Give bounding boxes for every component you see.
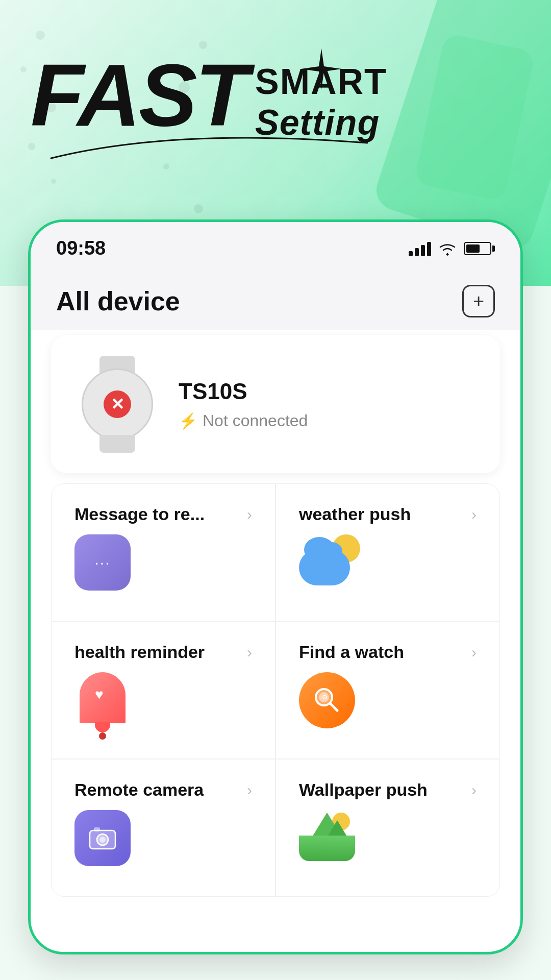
feature-cell-find[interactable]: Find a watch › ⊙ — [276, 621, 500, 759]
status-icons — [409, 241, 495, 256]
svg-point-6 — [99, 837, 106, 843]
battery-tip — [492, 246, 495, 252]
signal-bar-4 — [427, 242, 431, 256]
feature-cell-camera[interactable]: Remote camera › — [51, 759, 276, 897]
signal-icon — [409, 241, 431, 256]
search-watch-svg: ⊙ — [312, 685, 342, 716]
svg-text:⊙: ⊙ — [322, 694, 327, 701]
sparkle-icon — [301, 48, 342, 89]
chevron-icon-wallpaper: › — [471, 781, 477, 799]
battery-icon — [464, 242, 495, 255]
svg-line-2 — [330, 703, 337, 710]
weather-cloud — [299, 550, 350, 585]
device-status: ⚡ Not connected — [179, 411, 474, 430]
health-icon: ♥ — [74, 672, 131, 733]
feature-header-message: Message to re... › — [74, 504, 252, 524]
feature-cell-wallpaper[interactable]: Wallpaper push › — [276, 759, 500, 897]
feature-icon-message — [74, 534, 252, 591]
status-time: 09:58 — [56, 237, 106, 259]
wallpaper-icon — [299, 810, 355, 861]
feature-icon-wallpaper — [299, 810, 477, 861]
heart-icon: ♥ — [95, 687, 104, 703]
camera-icon — [74, 810, 131, 866]
swoosh-decoration — [20, 117, 408, 179]
camera-svg — [87, 822, 118, 854]
disconnect-icon: ✕ — [104, 390, 131, 418]
status-bar: 09:58 — [31, 222, 520, 270]
add-device-button[interactable]: + — [462, 285, 495, 317]
watch-body: ✕ — [82, 369, 153, 440]
feature-header-camera: Remote camera › — [74, 780, 252, 800]
feature-label-find: Find a watch — [299, 642, 404, 662]
chevron-icon-camera: › — [247, 781, 252, 799]
feature-header-weather: weather push › — [299, 504, 477, 524]
feature-cell-message[interactable]: Message to re... › — [51, 483, 276, 621]
signal-bar-2 — [415, 248, 419, 256]
feature-label-health: health reminder — [74, 642, 205, 662]
chevron-icon-weather: › — [471, 506, 477, 523]
device-info: TS10S ⚡ Not connected — [179, 379, 474, 430]
message-icon — [74, 534, 131, 591]
device-card[interactable]: ✕ TS10S ⚡ Not connected — [51, 335, 500, 473]
find-icon: ⊙ — [299, 672, 355, 728]
device-name: TS10S — [179, 379, 474, 404]
phone-frame: 09:58 All device + — [28, 219, 523, 954]
signal-bar-1 — [409, 251, 413, 256]
wifi-icon — [438, 241, 457, 256]
feature-cell-health[interactable]: health reminder › ♥ — [51, 621, 276, 759]
feature-label-wallpaper: Wallpaper push — [299, 780, 428, 800]
feature-icon-find: ⊙ — [299, 672, 477, 728]
health-bell: ♥ — [80, 672, 126, 723]
feature-cell-weather[interactable]: weather push › — [276, 483, 500, 621]
bluetooth-icon: ⚡ — [179, 412, 197, 430]
health-clapper — [99, 732, 106, 740]
svg-rect-7 — [94, 827, 100, 831]
chevron-icon-find: › — [471, 644, 477, 661]
feature-label-message: Message to re... — [74, 504, 205, 524]
app-header: All device + — [31, 270, 520, 330]
chevron-icon-message: › — [247, 506, 252, 523]
feature-label-weather: weather push — [299, 504, 411, 524]
feature-label-camera: Remote camera — [74, 780, 204, 800]
features-grid: Message to re... › weather push › — [31, 483, 520, 897]
feature-icon-weather — [299, 534, 477, 585]
watch-illustration: ✕ — [77, 356, 158, 453]
watch-strap-bottom — [99, 435, 135, 453]
battery-fill — [466, 244, 480, 253]
feature-icon-camera — [74, 810, 252, 866]
signal-bar-3 — [421, 245, 425, 256]
feature-header-health: health reminder › — [74, 642, 252, 662]
wallpaper-ground — [299, 836, 355, 861]
weather-icon — [299, 534, 360, 585]
feature-header-find: Find a watch › — [299, 642, 477, 662]
page-title: All device — [56, 286, 180, 316]
feature-header-wallpaper: Wallpaper push › — [299, 780, 477, 800]
chevron-icon-health: › — [247, 644, 252, 661]
add-plus-icon: + — [473, 291, 484, 311]
connection-status: Not connected — [203, 411, 308, 430]
feature-icon-health: ♥ — [74, 672, 252, 733]
